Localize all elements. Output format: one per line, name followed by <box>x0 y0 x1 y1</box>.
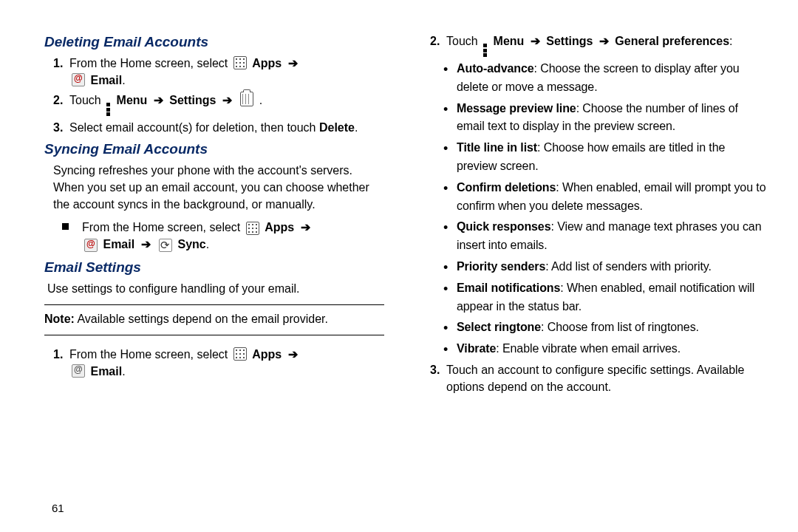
step-content: Touch Menu ➔ Settings ➔ General preferen… <box>446 33 768 57</box>
menu-dots-icon <box>106 103 111 116</box>
step-2: 2. Touch Menu ➔ Settings ➔ General prefe… <box>430 33 768 57</box>
general-preferences-bullets: Auto-advance: Choose the screen to displ… <box>443 60 768 358</box>
menu-label: Menu <box>494 35 525 47</box>
dot: . <box>206 238 209 250</box>
sync-label: Sync <box>178 238 206 250</box>
text: From the Home screen, select <box>69 348 231 361</box>
email-icon <box>72 73 85 86</box>
text: Touch <box>446 35 481 47</box>
step-3-list: 3. Touch an account to configure specifi… <box>430 361 768 395</box>
text: From the Home screen, select <box>82 221 244 233</box>
bullet-label: Message preview line <box>457 102 576 115</box>
list-item: Auto-advance: Choose the screen to displ… <box>443 60 768 97</box>
step-number: 3. <box>430 361 446 378</box>
bullet-label: Select ringtone <box>457 321 541 333</box>
bullet-text: : Enable vibrate when email arrives. <box>496 342 681 355</box>
email-icon <box>72 364 85 378</box>
step-content: From the Home screen, select Apps ➔ Emai… <box>82 219 384 253</box>
list-item: Title line in list: Choose how emails ar… <box>443 139 768 176</box>
settings-label: Settings <box>546 35 593 47</box>
trash-icon <box>240 92 253 106</box>
email-label: Email <box>90 74 122 86</box>
bullet-label: Email notifications <box>457 282 560 294</box>
list-item: Select ringtone: Choose from list of rin… <box>443 318 768 337</box>
arrow-icon: ➔ <box>531 35 540 47</box>
email-label: Email <box>90 365 122 378</box>
delete-label: Delete <box>319 121 355 134</box>
list-item: Quick responses: View and manage text ph… <box>443 218 768 255</box>
step-3: 3. Select email account(s) for deletion,… <box>53 119 384 136</box>
step-number: 2. <box>430 33 446 50</box>
settings-label: Settings <box>169 94 216 106</box>
step-number: 2. <box>53 92 69 109</box>
bullet-label: Priority senders <box>457 260 545 273</box>
bullet-label: Auto-advance <box>457 62 534 75</box>
list-item: Message preview line: Choose the number … <box>443 100 768 137</box>
note: Note: Available settings depend on the e… <box>44 311 384 327</box>
step-content: Touch an account to configure specific s… <box>446 361 768 395</box>
note-label: Note: <box>44 313 75 325</box>
bullet-label: Vibrate <box>457 342 496 355</box>
heading-deleting: Deleting Email Accounts <box>44 34 384 50</box>
apps-label: Apps <box>252 57 282 69</box>
heading-syncing: Syncing Email Accounts <box>44 141 384 157</box>
arrow-icon: ➔ <box>599 35 609 47</box>
manual-page: Deleting Email Accounts 1. From the Home… <box>0 0 798 532</box>
step-number: 3. <box>53 119 69 136</box>
colon: : <box>729 35 732 47</box>
bullet-label: Confirm deletions <box>457 181 556 194</box>
bullet-label: Quick responses <box>457 220 550 233</box>
step-number: 1. <box>53 346 69 363</box>
step-3: 3. Touch an account to configure specifi… <box>430 361 768 395</box>
dot: . <box>122 74 125 86</box>
syncing-step: From the Home screen, select Apps ➔ Emai… <box>62 219 384 253</box>
sync-icon <box>159 239 172 252</box>
note-separator-top <box>44 304 384 305</box>
step-number: 1. <box>53 55 69 72</box>
step-content: Touch Menu ➔ Settings ➔ . <box>69 92 384 116</box>
dot: . <box>355 121 358 134</box>
arrow-icon: ➔ <box>301 221 310 233</box>
deleting-steps: 1. From the Home screen, select Apps ➔ E… <box>53 55 384 137</box>
step-content: Select email account(s) for deletion, th… <box>69 119 384 136</box>
page-number: 61 <box>52 502 64 514</box>
heading-email-settings: Email Settings <box>44 259 384 276</box>
email-label: Email <box>103 238 134 250</box>
apps-grid-icon <box>233 347 247 361</box>
step-1: 1. From the Home screen, select Apps ➔ E… <box>53 346 384 380</box>
apps-grid-icon <box>246 222 259 235</box>
left-column: Deleting Email Accounts 1. From the Home… <box>44 30 406 517</box>
text: Touch <box>69 94 104 106</box>
step-content: From the Home screen, select Apps ➔ Emai… <box>69 346 384 380</box>
square-bullet-icon <box>62 223 69 230</box>
arrow-icon: ➔ <box>288 57 298 69</box>
text: From the Home screen, select <box>69 57 231 69</box>
menu-label: Menu <box>117 94 148 106</box>
note-separator-bottom <box>44 335 384 335</box>
step-2: 2. Touch Menu ➔ Settings ➔ . <box>53 92 384 116</box>
step-1: 1. From the Home screen, select Apps ➔ E… <box>53 55 384 89</box>
apps-grid-icon <box>233 56 247 69</box>
list-item: Email notifications: When enabled, email… <box>443 279 768 316</box>
arrow-icon: ➔ <box>154 94 163 106</box>
apps-label: Apps <box>265 221 294 233</box>
note-text: Available settings depend on the email p… <box>75 313 328 325</box>
settings-paragraph: Use settings to configure handling of yo… <box>47 280 384 297</box>
list-item: Vibrate: Enable vibrate when email arriv… <box>443 340 768 358</box>
arrow-icon: ➔ <box>288 348 298 361</box>
menu-dots-icon <box>483 44 488 57</box>
list-item: Priority senders: Add list of senders wi… <box>443 258 768 276</box>
right-column: 2. Touch Menu ➔ Settings ➔ General prefe… <box>406 30 768 517</box>
apps-label: Apps <box>252 348 282 361</box>
bullet-text: : Add list of senders with priority. <box>545 260 712 273</box>
dot: . <box>122 365 125 378</box>
email-icon <box>84 239 98 252</box>
dot: . <box>259 94 262 106</box>
bullet-text: : Choose from list of ringtones. <box>541 321 699 333</box>
list-item: From the Home screen, select Apps ➔ Emai… <box>62 219 384 253</box>
text: Select email account(s) for deletion, th… <box>69 121 319 134</box>
general-prefs-steps: 2. Touch Menu ➔ Settings ➔ General prefe… <box>430 33 768 57</box>
arrow-icon: ➔ <box>141 238 151 250</box>
bullet-label: Title line in list <box>457 141 537 154</box>
email-settings-steps: 1. From the Home screen, select Apps ➔ E… <box>53 346 384 380</box>
